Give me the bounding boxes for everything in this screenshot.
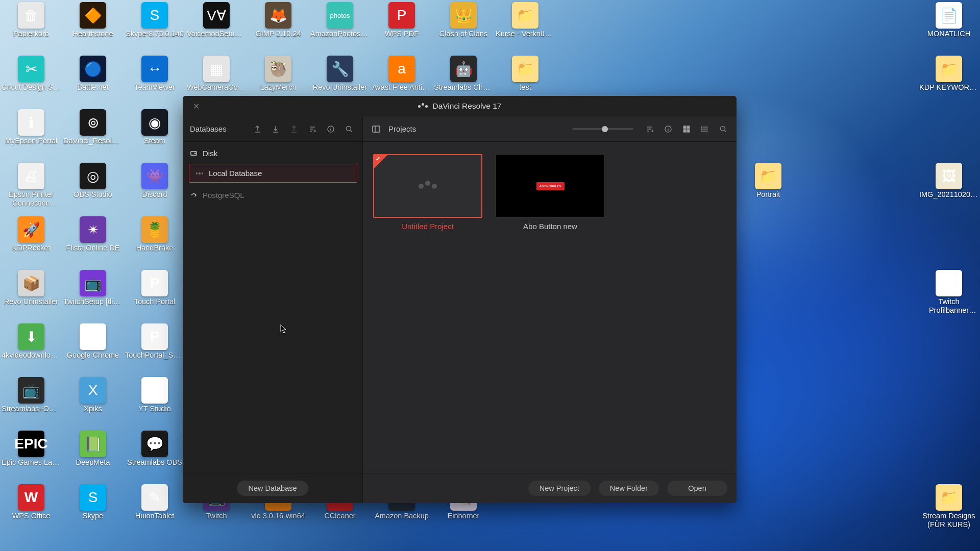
desktop-icon-recycle-bin[interactable]: 🗑Papierkorb [1,2,61,38]
panel-toggle-icon[interactable] [370,123,382,135]
desktop-icon-img[interactable]: 🖼IMG_20211020_114031 [919,163,979,199]
postgres-group[interactable]: PostgreSQL [187,187,358,204]
desktop-icon-steam[interactable]: ◉Steam [125,109,185,145]
desktop-icon-kdprocket[interactable]: 🚀KDPRocket [1,216,61,253]
desktop-icon-epic[interactable]: EPICEpic Games Launcher [1,431,61,467]
desktop-icon-xpiks[interactable]: XXpiks [63,377,123,413]
desktop-icon-epson-checker[interactable]: 🖨Epson Printer Connection Checker [1,163,61,208]
desktop-icon-portrait-folder[interactable]: 📁Portrait [738,163,798,199]
desktop-icon-cricut[interactable]: ✂Cricut Design Space [1,56,61,92]
database-item-local[interactable]: Local Database [189,164,357,183]
desktop-icon-discord[interactable]: 👾Discord [125,163,185,199]
app-icon: 🚀 [18,216,44,243]
desktop-icon-wpspdf[interactable]: PWPS PDF [372,2,432,38]
desktop-icon-label: Twitch Profilbanner template [919,297,978,315]
search-icon[interactable] [717,123,729,135]
desktop-icon-epson-portal[interactable]: ℹMyEpson Portal [1,109,61,145]
search-icon[interactable] [343,123,355,135]
slider-knob[interactable] [602,126,608,132]
desktop-icon-test-folder[interactable]: 📁test [495,56,555,92]
new-folder-button[interactable]: New Folder [599,481,659,496]
desktop-icon-touchportal-setup[interactable]: PTouchPortal_Setup [125,323,185,360]
postgres-group-label: PostgreSQL [203,191,244,199]
sort-icon[interactable] [306,123,318,135]
desktop-icon-skype-installer[interactable]: SSkype-8.75.0.140 [125,2,185,38]
project-name: Untitled Project [373,222,482,231]
desktop-icon-teamviewer[interactable]: ↔TeamViewer [125,56,185,92]
project-card-untitled[interactable]: Untitled Project [373,154,482,231]
disk-icon [190,149,198,157]
svg-point-14 [701,127,702,128]
desktop-icon-voicemod[interactable]: VⱯVoicemodSetup_2.1... [186,2,247,38]
desktop-icon-stream-designs[interactable]: 📁Stream Designs (FÜR KURS) [919,484,979,530]
desktop-icon-label: Streamlabs+OBS+S... [2,405,61,413]
desktop-icon-handbrake[interactable]: 🍍HandBrake [125,216,185,253]
database-localdb-icon [195,169,204,178]
desktop-icon-twitch-banner[interactable]: 🖼Twitch Profilbanner template [919,270,979,315]
desktop-icon-davinci16[interactable]: ⊚DaVinci_Resolve_16... [63,109,123,145]
db-upload-icon[interactable] [251,123,263,135]
desktop-icon-streamlabs-chatbot[interactable]: 🤖Streamlabs Chatbot [433,56,494,92]
window-title-group: DaVinci Resolve 17 [418,102,502,111]
desktop-icon-label: MONATLICH [927,30,970,38]
desktop-icon-revo2[interactable]: 📦Revo Uninstaller [1,270,61,306]
disk-group[interactable]: Disk [187,145,358,162]
desktop-icon-clash[interactable]: 👑Clash of Clans [433,2,494,38]
info-icon[interactable] [325,123,337,135]
db-download-icon[interactable] [270,123,282,135]
desktop-icon-flista[interactable]: ✴Flista Online DE [63,216,123,253]
projects-header: Projects [363,116,737,142]
desktop-icon-slobs-archive[interactable]: 📺Streamlabs+OBS+S... [1,377,61,413]
close-button[interactable]: ✕ [191,101,201,111]
desktop-icon-touchportal[interactable]: PTouch Portal [125,270,185,306]
desktop-icon-label: GIMP 2.10.24 [255,30,301,38]
desktop-icon-gimp[interactable]: 🦊GIMP 2.10.24 [248,2,308,38]
desktop-icon-obs[interactable]: ◎OBS Studio [63,163,123,199]
desktop-icon-label: DaVinci_Resolve_16... [63,137,122,145]
app-icon: ◎ [80,163,106,189]
db-refresh-icon[interactable] [288,123,300,135]
desktop-icon-revo[interactable]: 🔧Revo Uninstaller [310,56,370,92]
document-icon: 📄 [936,2,962,29]
databases-sidebar: Databases Disk Local Database [183,116,363,503]
list-view-icon[interactable] [699,123,711,135]
app-icon: ✂ [18,56,44,82]
desktop-icon-label: YT Studio [138,405,170,413]
desktop-icon-kdp-keywords[interactable]: 📁KDP KEYWORDS [919,56,979,92]
grid-view-icon[interactable] [680,123,693,135]
desktop-icon-avast[interactable]: aAvast Free Antivirus [372,56,432,92]
desktop-icon-kurse[interactable]: 📁Kurse - Verknüpfung [495,2,555,38]
desktop-icon-hearthstone[interactable]: 🔶Hearthstone [63,2,123,38]
desktop-icon-slobs[interactable]: 💬Streamlabs OBS [125,431,185,467]
desktop-icon-4k[interactable]: ⬇4kvideodownloader... [1,323,61,360]
desktop-icon-skype[interactable]: SSkype [63,484,123,520]
desktop-icon-webcamera[interactable]: ▦WebCameraConfig [186,56,247,92]
desktop-icon-amazonphotos[interactable]: photosAmazonPhotosSetup [310,2,370,38]
app-icon: a [388,56,415,82]
new-database-button[interactable]: New Database [237,481,308,496]
desktop-icon-lazymerch[interactable]: 🦥LazyMerch [248,56,308,92]
desktop-icon-monatlich[interactable]: 📄MONATLICH [919,2,979,38]
desktop-icon-deepmeta[interactable]: 📗DeepMeta [63,431,123,467]
app-icon: ⚙ [141,377,168,404]
info-icon[interactable] [662,123,674,135]
svg-rect-10 [687,130,690,132]
app-icon: S [141,2,168,29]
desktop-icon-battlenet[interactable]: 🔵Battle.net [63,56,123,92]
sort-icon[interactable] [644,123,656,135]
project-card-abo-button[interactable]: ABONNIEREN Abo Button new [496,154,605,231]
app-icon: EPIC [18,431,44,457]
desktop-icon-label: Touch Portal [134,297,176,306]
davinci-logo-icon [418,105,428,108]
desktop-icon-ytstudio[interactable]: ⚙YT Studio [125,377,185,413]
desktop-icon-chrome[interactable]: ◉Google Chrome [63,323,123,360]
window-titlebar[interactable]: ✕ DaVinci Resolve 17 [183,96,737,116]
desktop-icon-twitchsetup[interactable]: 📺TwitchSetup [tlisher... [63,270,123,306]
desktop-icon-label: OBS Studio [74,190,112,199]
desktop-icon-huion[interactable]: ✎HuionTablet [125,484,185,520]
desktop-icon-label: Revo Uninstaller [4,297,58,306]
new-project-button[interactable]: New Project [528,481,591,496]
thumbnail-size-slider[interactable] [572,128,633,130]
desktop-icon-wpsoffice[interactable]: WWPS Office [1,484,61,520]
open-button[interactable]: Open [667,481,727,496]
